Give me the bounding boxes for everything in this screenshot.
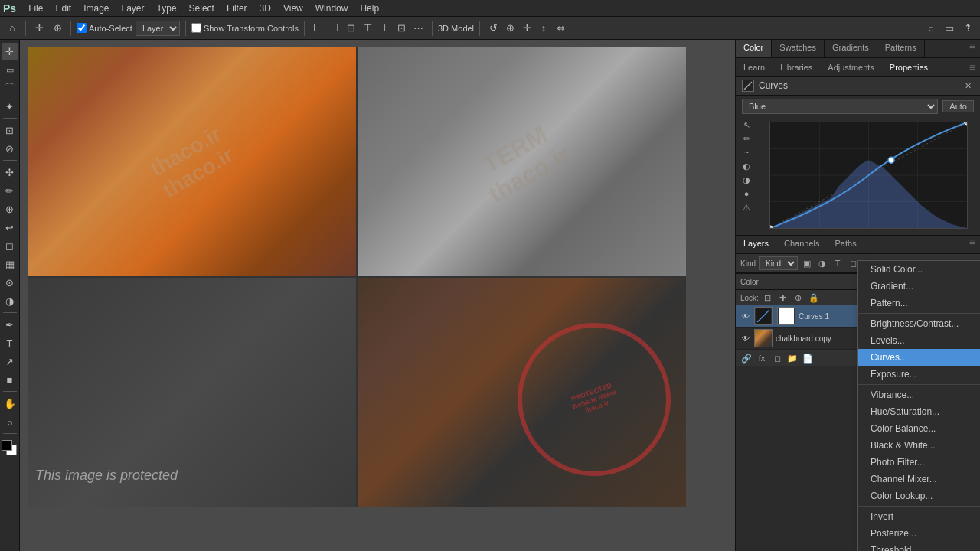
align-left[interactable]: ⊢ (310, 21, 325, 36)
menu-type[interactable]: Type (151, 2, 183, 15)
3d-scale[interactable]: ⇔ (553, 21, 568, 36)
curves-pointer-icon[interactable]: ↖ (740, 119, 753, 131)
tab-patterns[interactable]: Patterns (877, 40, 925, 57)
cm-color-lookup[interactable]: Color Lookup... (858, 487, 980, 504)
tab-libraries[interactable]: Libraries (773, 60, 820, 75)
cm-color-balance[interactable]: Color Balance... (858, 420, 980, 437)
cm-levels[interactable]: Levels... (858, 332, 980, 349)
layers-panel-options[interactable]: ≡ (965, 236, 980, 253)
tool-magic-wand[interactable]: ✦ (2, 98, 18, 115)
show-transform-check[interactable] (191, 23, 201, 33)
tool-crop[interactable]: ⊡ (2, 122, 18, 139)
tool-brush[interactable]: ✏ (2, 182, 18, 199)
align-center-v[interactable]: ⊥ (377, 21, 393, 36)
search-icon[interactable]: ⌕ (923, 21, 939, 36)
move-align-icon[interactable]: ⊕ (50, 21, 65, 36)
menu-view[interactable]: View (277, 2, 309, 15)
menu-edit[interactable]: Edit (49, 2, 77, 15)
tab-learn[interactable]: Learn (736, 60, 773, 75)
menu-window[interactable]: Window (309, 2, 354, 15)
align-bottom[interactable]: ⊡ (394, 21, 410, 36)
tool-zoom[interactable]: ⌕ (2, 413, 18, 430)
tool-gradient[interactable]: ▦ (2, 256, 18, 272)
tool-hand[interactable]: ✋ (2, 395, 18, 412)
tool-healing[interactable]: ✢ (2, 164, 18, 181)
tool-type[interactable]: T (2, 334, 18, 351)
layer-visibility-curves[interactable]: 👁 (740, 312, 751, 321)
curves-close-icon[interactable]: ✕ (962, 80, 974, 92)
tab-properties[interactable]: Properties (882, 60, 936, 75)
add-style-icon[interactable]: fx (756, 352, 768, 364)
cm-threshold[interactable]: Threshold... (858, 542, 980, 551)
curves-smooth-icon[interactable]: ~ (740, 146, 753, 158)
tool-move[interactable]: ✛ (2, 43, 18, 60)
align-more[interactable]: ⋯ (411, 21, 426, 36)
tool-clone[interactable]: ⊕ (2, 201, 18, 217)
cm-pattern[interactable]: Pattern... (858, 295, 980, 311)
tab-gradients[interactable]: Gradients (825, 40, 877, 57)
menu-select[interactable]: Select (183, 2, 220, 15)
layer-visibility-chalkboard[interactable]: 👁 (740, 334, 751, 343)
curves-draw-icon[interactable]: ✏ (740, 132, 753, 145)
panel-toggle-icon[interactable]: ▭ (942, 21, 957, 36)
new-group-icon[interactable]: 📁 (786, 352, 799, 364)
channel-dropdown[interactable]: Blue RGB Red Green (742, 99, 938, 114)
new-layer-icon[interactable]: 📄 (802, 352, 814, 364)
3d-orbit[interactable]: ⊕ (502, 21, 518, 36)
menu-help[interactable]: Help (354, 2, 385, 15)
tool-pen[interactable]: ✒ (2, 316, 18, 333)
filter-type[interactable]: T (831, 257, 844, 269)
lock-all-icon[interactable]: 🔒 (808, 292, 820, 304)
tool-shape[interactable]: ■ (2, 371, 18, 388)
auto-button[interactable]: Auto (942, 100, 974, 112)
filter-pixel[interactable]: ▣ (801, 257, 813, 269)
menu-file[interactable]: File (22, 2, 49, 15)
lock-pixel-icon[interactable]: ⊡ (762, 292, 774, 304)
panel-options-icon2[interactable]: ≡ (965, 61, 980, 73)
cm-vibrance[interactable]: Vibrance... (858, 386, 980, 403)
curves-warning-icon[interactable]: ⚠ (740, 201, 753, 214)
tool-blur[interactable]: ⊙ (2, 274, 18, 291)
curves-sample-mid[interactable]: ◑ (740, 174, 753, 186)
auto-select-check[interactable] (77, 23, 87, 33)
panel-options-icon[interactable]: ≡ (965, 40, 980, 57)
menu-layer[interactable]: Layer (116, 2, 151, 15)
add-mask-icon[interactable]: ◻ (771, 352, 783, 364)
move-tool-icon[interactable]: ✛ (31, 21, 47, 36)
tab-channels[interactable]: Channels (776, 236, 827, 253)
menu-filter[interactable]: Filter (220, 2, 253, 15)
cm-curves[interactable]: Curves... (858, 349, 980, 366)
foreground-background-colors[interactable] (2, 440, 18, 457)
cm-solid-color[interactable]: Solid Color... (858, 261, 980, 278)
tool-eraser[interactable]: ◻ (2, 237, 18, 254)
auto-select-dropdown[interactable]: Layer (136, 21, 180, 36)
cm-black-white[interactable]: Black & White... (858, 437, 980, 454)
cm-exposure[interactable]: Exposure... (858, 366, 980, 383)
tab-paths[interactable]: Paths (828, 236, 864, 253)
3d-slide[interactable]: ↕ (536, 21, 551, 36)
tool-history-brush[interactable]: ↩ (2, 219, 18, 236)
curves-sample-highlight[interactable]: ● (740, 187, 753, 200)
cm-invert[interactable]: Invert (858, 508, 980, 525)
cm-hue-sat[interactable]: Hue/Saturation... (858, 403, 980, 420)
filter-adj[interactable]: ◑ (816, 257, 828, 269)
lock-move-icon[interactable]: ✚ (777, 292, 789, 304)
tab-swatches[interactable]: Swatches (772, 40, 825, 57)
curves-sample-shadow[interactable]: ◐ (740, 160, 753, 172)
align-right[interactable]: ⊡ (344, 21, 359, 36)
3d-pan[interactable]: ✛ (519, 21, 534, 36)
menu-3d[interactable]: 3D (253, 2, 277, 15)
menu-image[interactable]: Image (77, 2, 115, 15)
tool-dodge[interactable]: ◑ (2, 292, 18, 309)
foreground-color[interactable] (2, 440, 12, 451)
cm-channel-mixer[interactable]: Channel Mixer... (858, 471, 980, 487)
home-icon[interactable]: ⌂ (5, 21, 20, 36)
link-layers-icon[interactable]: 🔗 (740, 352, 753, 364)
share-icon[interactable]: ⇡ (960, 21, 975, 36)
align-top[interactable]: ⊤ (361, 21, 376, 36)
tool-marquee[interactable]: ▭ (2, 61, 18, 78)
curves-graph[interactable] (769, 122, 968, 229)
kind-dropdown[interactable]: Kind (759, 256, 798, 270)
3d-rotate[interactable]: ↺ (485, 21, 501, 36)
tab-adjustments[interactable]: Adjustments (820, 60, 882, 75)
